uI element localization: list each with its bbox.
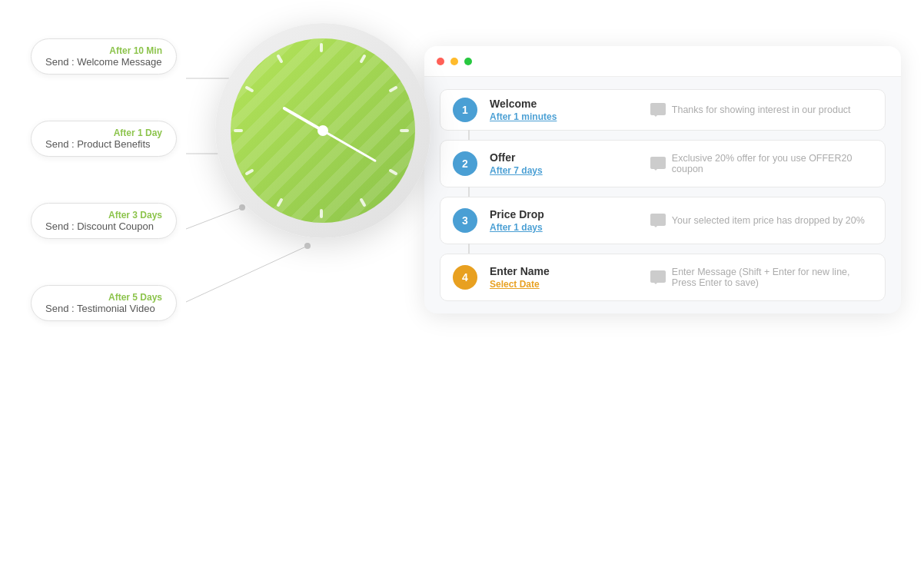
timeline-label-4: After 5 Days Send : Testimonial Video <box>31 285 177 321</box>
chat-icon-4 <box>650 270 666 284</box>
seq-content-3: Price Drop After 1 days <box>490 208 638 233</box>
label-4-time: After 5 Days <box>45 292 162 303</box>
seq-connector-2 <box>468 187 470 197</box>
topbar-dot-red <box>437 58 444 65</box>
seq-timing-2[interactable]: After 7 days <box>490 165 638 176</box>
timeline-label-2: After 1 Day Send : Product Benefits <box>31 121 177 157</box>
seq-message-4: Enter Message (Shift + Enter for new lin… <box>650 267 872 288</box>
svg-line-6 <box>186 246 307 302</box>
chat-icon-2 <box>650 157 666 171</box>
label-3-time: After 3 Days <box>45 210 162 220</box>
svg-point-7 <box>304 243 311 249</box>
clock-outer <box>215 23 430 238</box>
seq-number-3: 3 <box>453 208 477 233</box>
sequence-list: 1 Welcome After 1 minutes Thanks for sho… <box>424 77 901 313</box>
timeline-label-3: After 3 Days Send : Discount Coupon <box>31 203 177 239</box>
seq-content-1: Welcome After 1 minutes <box>490 98 638 122</box>
label-2-time: After 1 Day <box>45 128 162 138</box>
clock-container <box>215 23 430 238</box>
table-row: 1 Welcome After 1 minutes Thanks for sho… <box>440 89 886 131</box>
seq-connector-3 <box>468 244 470 254</box>
label-4-action: Send : Testimonial Video <box>45 303 162 314</box>
clock-inner <box>231 38 415 223</box>
topbar-dot-green <box>464 58 472 65</box>
seq-message-3: Your selected item price has dropped by … <box>650 214 872 227</box>
topbar-dot-yellow <box>450 58 458 65</box>
label-2-action: Send : Product Benefits <box>45 138 162 150</box>
table-row: 2 Offer After 7 days Exclusive 20% offer… <box>440 140 886 187</box>
table-row: 3 Price Drop After 1 days Your selected … <box>440 197 886 244</box>
seq-connector-1 <box>468 130 470 140</box>
table-row: 4 Enter Name Select Date Enter Message (… <box>440 254 886 301</box>
seq-timing-1[interactable]: After 1 minutes <box>490 111 638 122</box>
seq-number-1: 1 <box>453 98 477 122</box>
seq-name-4: Enter Name <box>490 265 638 277</box>
seq-name-3: Price Drop <box>490 208 638 220</box>
panel-topbar <box>424 46 901 77</box>
seq-name-2: Offer <box>490 151 638 164</box>
label-3-action: Send : Discount Coupon <box>45 220 162 232</box>
timeline-label-1: After 10 Min Send : Welcome Message <box>31 38 177 75</box>
seq-number-4: 4 <box>453 265 477 290</box>
seq-content-4: Enter Name Select Date <box>490 265 638 290</box>
seq-message-text-3: Your selected item price has dropped by … <box>672 215 865 226</box>
seq-message-text-2: Exclusive 20% offer for you use OFFER20 … <box>672 153 872 174</box>
seq-timing-3[interactable]: After 1 days <box>490 222 638 233</box>
label-1-action: Send : Welcome Message <box>45 56 162 68</box>
chat-icon-3 <box>650 214 666 227</box>
label-1-time: After 10 Min <box>45 45 162 56</box>
seq-message-text-4: Enter Message (Shift + Enter for new lin… <box>672 267 872 288</box>
right-panel: 1 Welcome After 1 minutes Thanks for sho… <box>424 46 901 313</box>
scene: After 10 Min Send : Welcome Message Afte… <box>0 0 924 567</box>
seq-number-2: 2 <box>453 151 477 176</box>
seq-message-2: Exclusive 20% offer for you use OFFER20 … <box>650 153 872 174</box>
seq-content-2: Offer After 7 days <box>490 151 638 176</box>
seq-name-1: Welcome <box>490 98 638 110</box>
seq-message-1: Thanks for showing interest in our produ… <box>650 103 872 117</box>
seq-timing-4[interactable]: Select Date <box>490 279 638 290</box>
seq-message-text-1: Thanks for showing interest in our produ… <box>672 104 851 115</box>
chat-icon-1 <box>650 103 666 117</box>
timeline-labels: After 10 Min Send : Welcome Message Afte… <box>31 38 177 321</box>
clock-center-dot <box>317 125 328 136</box>
